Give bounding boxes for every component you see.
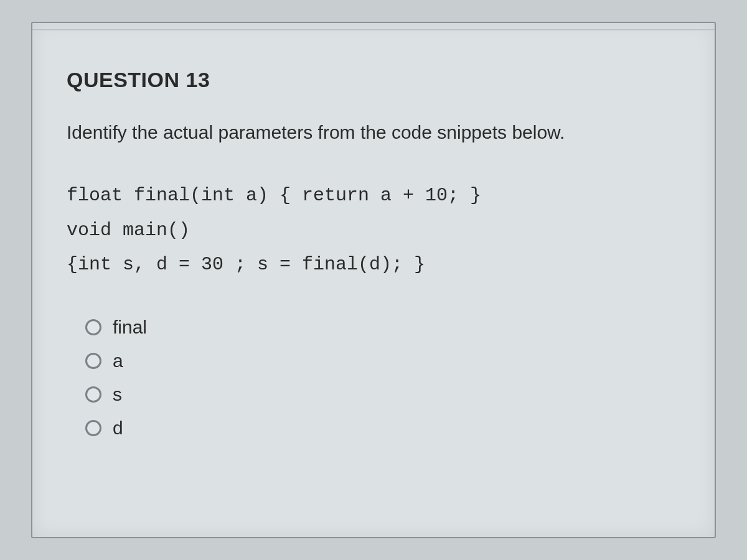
option-radio-a[interactable] <box>85 353 101 369</box>
option-radio-s[interactable] <box>85 386 101 403</box>
question-content: QUESTION 13 Identify the actual paramete… <box>32 55 715 439</box>
option-label[interactable]: final <box>113 317 147 338</box>
option-label[interactable]: d <box>113 418 123 439</box>
option-row: d <box>85 418 680 439</box>
option-label[interactable]: a <box>113 350 123 371</box>
panel-divider <box>32 29 715 30</box>
code-snippet: float final(int a) { return a + 10; } vo… <box>67 179 680 282</box>
option-row: s <box>85 384 680 405</box>
code-line-1: float final(int a) { return a + 10; } <box>67 185 481 206</box>
option-label[interactable]: s <box>113 384 122 405</box>
option-radio-d[interactable] <box>85 420 101 436</box>
option-row: final <box>85 317 680 338</box>
option-radio-final[interactable] <box>85 319 101 335</box>
options-group: final a s d <box>67 317 680 439</box>
option-row: a <box>85 350 680 371</box>
question-panel: QUESTION 13 Identify the actual paramete… <box>31 22 716 538</box>
question-title: QUESTION 13 <box>67 68 680 92</box>
code-line-2: void main() <box>67 220 190 241</box>
question-prompt: Identify the actual parameters from the … <box>67 120 680 144</box>
code-line-3: {int s, d = 30 ; s = final(d); } <box>67 254 425 275</box>
